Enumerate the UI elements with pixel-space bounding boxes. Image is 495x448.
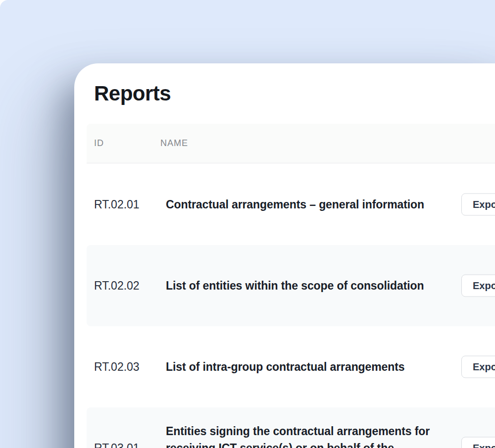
report-id: RT.03.01 [94, 442, 160, 448]
report-name: Contractual arrangements – general infor… [160, 196, 461, 213]
report-name: List of intra-group contractual arrangem… [160, 358, 461, 375]
table-row: RT.02.02 List of entities within the sco… [74, 245, 495, 326]
table-row: RT.02.01 Contractual arrangements – gene… [74, 164, 495, 245]
table-header: ID NAME [87, 124, 495, 163]
report-id: RT.02.02 [94, 279, 160, 293]
report-name: List of entities within the scope of con… [160, 277, 461, 294]
page-title: Reports [94, 81, 171, 106]
table-row: RT.03.01 Entities signing the contractua… [74, 407, 495, 448]
export-button[interactable]: Export [461, 356, 495, 378]
column-header-id: ID [94, 138, 160, 149]
reports-card: Reports ID NAME RT.02.01 Contractual arr… [74, 63, 495, 448]
report-id: RT.02.01 [94, 198, 160, 211]
export-button[interactable]: Export [461, 275, 495, 297]
export-button[interactable]: Export [461, 194, 495, 216]
column-header-name: NAME [160, 138, 495, 149]
report-name: Entities signing the contractual arrange… [160, 423, 461, 448]
export-button[interactable]: Export [461, 437, 495, 448]
table-body: RT.02.01 Contractual arrangements – gene… [74, 164, 495, 448]
viewport: Reports ID NAME RT.02.01 Contractual arr… [0, 0, 495, 448]
table-row: RT.02.03 List of intra-group contractual… [74, 326, 495, 407]
report-id: RT.02.03 [94, 360, 160, 374]
